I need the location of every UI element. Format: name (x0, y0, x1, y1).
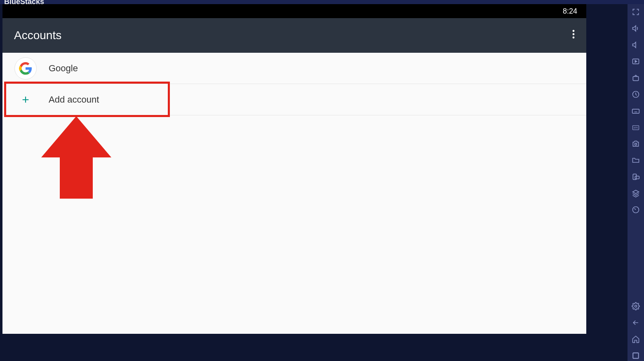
status-time: 8:24 (563, 7, 577, 16)
apk-icon[interactable]: APK (628, 122, 644, 133)
recent-icon[interactable] (628, 89, 644, 100)
screenshot-icon[interactable] (628, 138, 644, 149)
google-icon (14, 57, 37, 80)
plus-icon: + (14, 88, 37, 111)
svg-point-0 (573, 30, 575, 32)
svg-rect-16 (633, 353, 638, 358)
settings-icon[interactable] (628, 301, 644, 312)
add-account-row[interactable]: + Add account (2, 84, 586, 115)
svg-text:APK: APK (633, 127, 638, 129)
svg-rect-15 (633, 353, 638, 358)
gauge-icon[interactable] (628, 204, 644, 215)
live-icon[interactable] (628, 73, 644, 83)
svg-point-2 (573, 37, 575, 39)
volume-down-icon[interactable] (628, 40, 644, 50)
svg-rect-7 (632, 109, 639, 113)
svg-point-1 (573, 33, 575, 35)
svg-rect-12 (635, 176, 639, 179)
back-icon[interactable] (628, 317, 644, 328)
rotate-icon[interactable] (628, 171, 644, 182)
add-account-label: Add account (49, 94, 99, 105)
app-bar: Accounts (2, 18, 586, 53)
svg-rect-5 (633, 77, 638, 81)
keyboard-icon[interactable] (628, 105, 644, 116)
android-status-bar: 8:24 (2, 4, 586, 18)
bluestacks-sidebar: APK (628, 4, 644, 361)
android-viewport: 8:24 Accounts (2, 4, 586, 334)
play-file-icon[interactable] (628, 56, 644, 67)
volume-up-icon[interactable] (628, 23, 644, 34)
account-row-label: Google (49, 63, 78, 74)
overflow-menu-button[interactable] (572, 29, 575, 42)
page-title: Accounts (14, 29, 572, 42)
svg-point-10 (635, 143, 637, 145)
accounts-list: Google + Add account (2, 53, 586, 334)
home-icon[interactable] (628, 334, 644, 345)
fullscreen-icon[interactable] (628, 7, 644, 17)
svg-point-14 (635, 305, 637, 307)
window-titlebar: BlueStacks (0, 0, 644, 4)
recents-icon[interactable] (628, 350, 644, 361)
account-row-google[interactable]: Google (2, 53, 586, 84)
layers-icon[interactable] (628, 188, 644, 199)
folder-icon[interactable] (628, 155, 644, 166)
